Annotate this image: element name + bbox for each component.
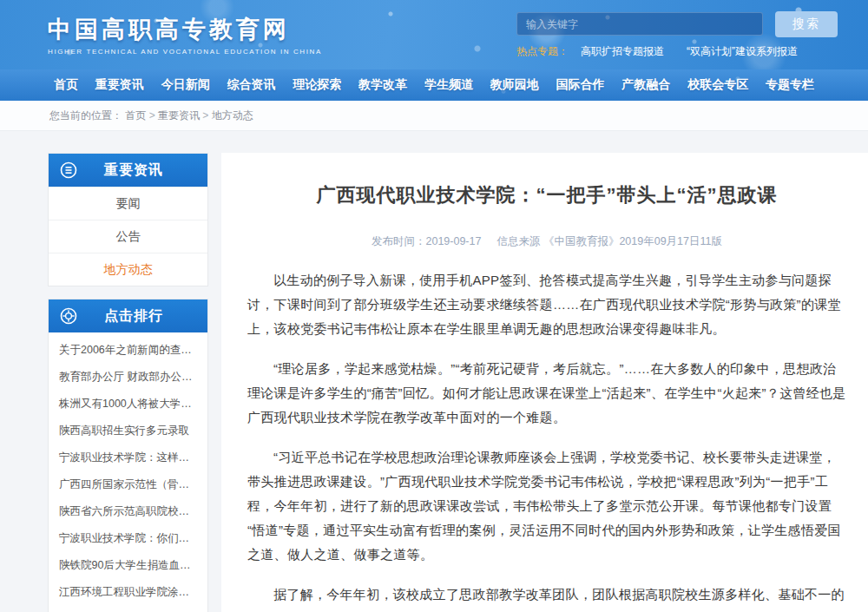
- nav-item[interactable]: 产教融合: [621, 77, 670, 93]
- breadcrumb-link[interactable]: 地方动态: [212, 109, 253, 122]
- article-body: 以生动的例子导入新课，使用手机APP签到、抢答模式提高学生兴趣，引导学生主动参与…: [247, 268, 846, 612]
- hot-topic-link[interactable]: “双高计划”建设系列报道: [687, 44, 798, 59]
- article-title: 广西现代职业技术学院：“一把手”带头上“活”思政课: [247, 182, 846, 208]
- search-input[interactable]: [516, 12, 763, 36]
- news-section-icon: [60, 161, 77, 179]
- nav-item[interactable]: 今日新闻: [161, 77, 210, 93]
- sidebar-ranking-header: 点击排行: [49, 299, 207, 332]
- sidebar-news-list: 要闻公告地方动态: [49, 187, 207, 286]
- sidebar-news-title: 重要资讯: [77, 161, 207, 180]
- sidebar-ranking-list: 关于2006年之前新闻的查阅方法教育部办公厅 财政部办公厅关于...株洲又有10…: [49, 332, 207, 612]
- article-publish-time: 发布时间：2019-09-17: [372, 234, 481, 249]
- nav-item[interactable]: 国际合作: [556, 77, 605, 93]
- ranking-list-item[interactable]: 宁波职业技术学院：这样的课堂...: [49, 444, 207, 471]
- nav-item[interactable]: 综合资讯: [227, 77, 275, 93]
- ranking-section-icon: [60, 307, 77, 325]
- hot-topic-link[interactable]: 高职扩招专题报道: [581, 44, 664, 59]
- nav-item[interactable]: 理论探索: [293, 77, 341, 93]
- ranking-list-item[interactable]: 陕西高职招生实行多元录取: [49, 418, 207, 444]
- article-panel: 广西现代职业技术学院：“一把手”带头上“活”思政课 发布时间：2019-09-1…: [221, 153, 868, 612]
- sidebar-ranking-box: 点击排行 关于2006年之前新闻的查阅方法教育部办公厅 财政部办公厅关于...株…: [48, 299, 208, 612]
- breadcrumb-link[interactable]: 首页: [125, 109, 158, 122]
- article-paragraph: “习近平总书记在学校思想政治理论课教师座谈会上强调，学校党委书记、校长要带头走进…: [247, 445, 846, 567]
- breadcrumb: 您当前的位置： 首页重要资讯地方动态: [0, 101, 868, 131]
- search-area: 搜索 热点专题： 高职扩招专题报道“双高计划”建设系列报道: [516, 11, 838, 59]
- search-button[interactable]: 搜索: [775, 11, 838, 37]
- ranking-list-item[interactable]: 陕西省六所示范高职院校联合招...: [49, 498, 207, 525]
- ranking-list-item[interactable]: 株洲又有1000人将被大学提前录...: [49, 391, 207, 418]
- hot-topics-links: 高职扩招专题报道“双高计划”建设系列报道: [581, 44, 798, 59]
- ranking-list-item[interactable]: 陕铁院90后大学生捐造血干细胞...: [49, 552, 207, 579]
- content-area: 重要资讯 要闻公告地方动态 点击排行 关于2006年之: [0, 131, 868, 612]
- article-meta: 发布时间：2019-09-17 信息来源 《中国教育报》2019年09月17日1…: [247, 234, 846, 249]
- ranking-list-item[interactable]: 江西环境工程职业学院涂斌：给...: [49, 579, 207, 606]
- nav-item[interactable]: 教师园地: [490, 77, 539, 93]
- nav-item[interactable]: 专题专栏: [766, 77, 814, 93]
- site-subtitle: HIGHER TECHNICAL AND VOCATIONAL EDUCATIO…: [48, 48, 322, 56]
- nav-item[interactable]: 教学改革: [358, 77, 407, 93]
- ranking-list-item[interactable]: 广西四所国家示范性（骨干）高...: [49, 471, 207, 498]
- main-nav: 首页重要资讯今日新闻综合资讯理论探索教学改革学生频道教师园地国际合作产教融合校联…: [0, 69, 868, 101]
- ranking-list-item[interactable]: 关于2006年之前新闻的查阅方法: [49, 337, 207, 364]
- article-paragraph: 以生动的例子导入新课，使用手机APP签到、抢答模式提高学生兴趣，引导学生主动参与…: [247, 268, 846, 341]
- site-logo[interactable]: 中国高职高专教育网 HIGHER TECHNICAL AND VOCATIONA…: [48, 14, 322, 56]
- breadcrumb-link[interactable]: 重要资讯: [158, 109, 212, 122]
- sidebar-news-header: 重要资讯: [49, 154, 207, 187]
- sidebar-news-box: 重要资讯 要闻公告地方动态: [48, 153, 208, 286]
- nav-item[interactable]: 首页: [54, 77, 78, 93]
- nav-item[interactable]: 重要资讯: [95, 77, 144, 93]
- nav-item[interactable]: 学生频道: [424, 77, 473, 93]
- sidebar-menu-item[interactable]: 要闻: [49, 187, 207, 220]
- nav-item[interactable]: 校联会专区: [687, 77, 748, 93]
- ranking-list-item[interactable]: 教育部办公厅 财政部办公厅关于...: [49, 364, 207, 391]
- article-paragraph: “理论居多，学起来感觉枯燥。”“考前死记硬背，考后就忘。”……在大多数人的印象中…: [247, 357, 846, 430]
- hot-topics-label: 热点专题：: [516, 44, 569, 59]
- site-title: 中国高职高专教育网: [48, 14, 322, 45]
- article-source: 信息来源 《中国教育报》2019年09月17日11版: [496, 234, 722, 249]
- ranking-list-item[interactable]: 宁波职业技术学院：你们的梦想...: [49, 525, 207, 552]
- sidebar-menu-item[interactable]: 公告: [49, 220, 207, 253]
- site-header: 中国高职高专教育网 HIGHER TECHNICAL AND VOCATIONA…: [0, 0, 868, 69]
- breadcrumb-prefix: 您当前的位置：: [49, 109, 122, 123]
- sidebar-ranking-title: 点击排行: [77, 307, 207, 326]
- sidebar: 重要资讯 要闻公告地方动态 点击排行 关于2006年之: [48, 153, 208, 612]
- article-paragraph: 据了解，今年年初，该校成立了思政部教学改革团队，团队根据高职院校生源多样化、基础…: [247, 582, 846, 612]
- breadcrumb-links: 首页重要资讯地方动态: [125, 109, 253, 123]
- sidebar-menu-item[interactable]: 地方动态: [49, 253, 207, 286]
